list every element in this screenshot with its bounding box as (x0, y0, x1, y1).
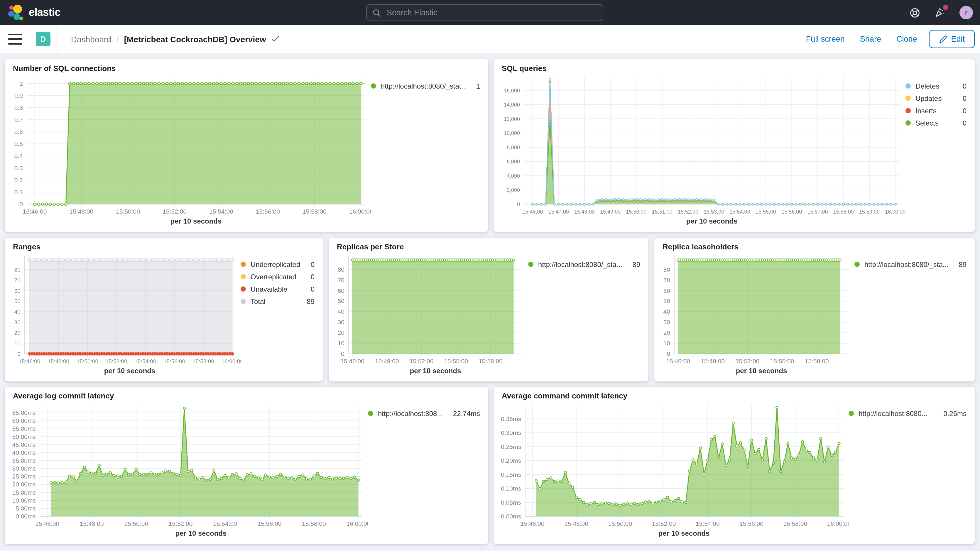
legend-value: 0 (311, 272, 315, 281)
svg-text:per 10 seconds: per 10 seconds (410, 367, 461, 375)
title-check-icon[interactable] (271, 36, 280, 42)
legend-item[interactable]: http://localhost:8080/_sta...89 (528, 258, 640, 271)
svg-text:15:47:00: 15:47:00 (548, 209, 569, 215)
legend-item[interactable]: http://localhost:8080...0.26ms (848, 407, 967, 420)
chart-replicas-per-store[interactable]: 15:46:0015:49:0015:52:0015:55:0015:58:00… (329, 251, 528, 379)
chart-avg-log-commit-latency[interactable]: 15:46:0015:48:0015:50:0015:52:0015:54:00… (5, 400, 368, 541)
svg-text:15:50:00: 15:50:00 (116, 208, 140, 215)
svg-text:70: 70 (663, 277, 670, 283)
help-icon (910, 7, 920, 18)
chart-replica-leaseholders[interactable]: 15:46:0015:49:0015:52:0015:55:0015:58:00… (654, 251, 854, 379)
svg-text:1: 1 (19, 80, 23, 87)
legend-label: Updates (915, 94, 958, 102)
svg-text:60.00ms: 60.00ms (12, 417, 36, 424)
legend-value: 1 (476, 82, 480, 90)
legend-label: Total (251, 297, 302, 306)
svg-text:16:00:00: 16:00:00 (347, 520, 368, 527)
svg-text:80: 80 (338, 266, 344, 273)
panel-title-avg-log-commit-latency[interactable]: Average log commit latency (5, 387, 488, 400)
toolbar-actions: Full screen Share Clone Edit (806, 30, 975, 48)
share-button[interactable]: Share (860, 35, 881, 43)
breadcrumb-dashboard-link[interactable]: Dashboard (71, 34, 111, 44)
svg-text:20: 20 (338, 329, 344, 336)
svg-text:0: 0 (517, 202, 520, 207)
dashboard-toolbar: D Dashboard / [Metricbeat CockroachDB] O… (0, 25, 980, 53)
svg-text:15:50:00: 15:50:00 (626, 209, 646, 215)
panel-title-avg-command-commit-latency[interactable]: Average command commit latency (493, 387, 975, 400)
elastic-logo[interactable]: elastic (8, 0, 60, 25)
svg-text:55.00ms: 55.00ms (12, 425, 36, 432)
legend-item[interactable]: http://localhost:8080/_stat...1 (371, 80, 480, 92)
dashboard-grid: Number of SQL connections15:46:0015:48:0… (0, 53, 980, 551)
svg-text:0.35ms: 0.35ms (501, 416, 521, 422)
legend-value: 0 (963, 94, 967, 102)
legend-item[interactable]: Total89 (240, 295, 315, 307)
news-button[interactable] (934, 7, 945, 18)
legend-label: http://localhost:8080/_stat... (381, 82, 471, 90)
svg-text:0.05ms: 0.05ms (501, 499, 521, 506)
legend-item[interactable]: Deletes0 (905, 80, 967, 92)
chart-ranges[interactable]: 15:46:0015:48:0015:50:0015:52:0015:54:00… (5, 251, 240, 379)
svg-text:0: 0 (667, 350, 670, 357)
panel-title-ranges[interactable]: Ranges (5, 238, 323, 251)
legend-value: 89 (959, 260, 967, 268)
chart-area: 15:46:0015:48:0015:50:0015:52:0015:54:00… (493, 400, 975, 541)
legend-item[interactable]: Updates0 (905, 92, 967, 104)
chart-sql-connections[interactable]: 15:46:0015:48:0015:50:0015:52:0015:54:00… (5, 73, 371, 229)
svg-text:10.00ms: 10.00ms (12, 497, 36, 504)
legend-item[interactable]: Selects0 (905, 117, 967, 129)
global-header: elastic (0, 0, 980, 25)
legend-dot (528, 262, 533, 267)
global-search[interactable] (366, 4, 603, 21)
svg-text:60: 60 (663, 287, 670, 294)
legend-item[interactable]: Unavailable0 (240, 283, 315, 295)
panel-title-sql-queries[interactable]: SQL queries (493, 59, 975, 73)
legend-label: http://localhost:808... (378, 409, 448, 417)
svg-text:15:51:00: 15:51:00 (652, 209, 673, 215)
svg-text:40: 40 (14, 309, 21, 315)
legend-value: 0 (963, 119, 967, 127)
svg-text:15:57:00: 15:57:00 (807, 209, 828, 215)
svg-text:15.00ms: 15.00ms (12, 489, 36, 496)
legend-label: Selects (915, 119, 958, 127)
legend: http://localhost:8080...0.26ms (848, 400, 975, 541)
legend-item[interactable]: http://localhost:8080/_sta...89 (854, 258, 967, 271)
legend-item[interactable]: http://localhost:808...22.74ms (368, 407, 480, 420)
svg-text:15:56:00: 15:56:00 (258, 520, 282, 527)
svg-text:15:54:00: 15:54:00 (135, 358, 156, 365)
edit-button[interactable]: Edit (929, 30, 975, 48)
svg-text:15:48:00: 15:48:00 (564, 520, 588, 527)
dashboard-app-icon[interactable]: D (36, 32, 51, 46)
svg-text:50: 50 (663, 298, 670, 304)
notification-badge (943, 5, 948, 10)
svg-text:15:49:00: 15:49:00 (375, 358, 399, 365)
panel-title-sql-connections[interactable]: Number of SQL connections (5, 59, 488, 73)
svg-text:80: 80 (663, 266, 670, 273)
svg-text:65.00ms: 65.00ms (12, 409, 36, 416)
help-button[interactable] (910, 7, 920, 18)
svg-text:per 10 seconds: per 10 seconds (175, 529, 227, 537)
chart-avg-command-commit-latency[interactable]: 15:46:0015:48:0015:50:0015:52:0015:54:00… (493, 400, 848, 541)
legend: http://localhost:8080/_stat...1 (371, 73, 488, 229)
svg-text:16:00:00: 16:00:00 (349, 208, 371, 215)
panel-title-replicas-per-store[interactable]: Replicas per Store (329, 238, 648, 251)
chart-area: 15:46:0015:49:0015:52:0015:55:0015:58:00… (654, 251, 975, 379)
svg-text:0.4: 0.4 (14, 152, 23, 159)
svg-text:10: 10 (663, 340, 670, 347)
legend-item[interactable]: Inserts0 (905, 104, 967, 117)
svg-text:5.00ms: 5.00ms (16, 505, 36, 512)
avatar[interactable]: r (959, 6, 973, 19)
chart-sql-queries[interactable]: 15:46:0015:47:0015:48:0015:49:0015:50:00… (493, 73, 905, 229)
svg-text:per 10 seconds: per 10 seconds (686, 217, 738, 225)
search-input[interactable] (385, 8, 597, 18)
panel-avg-log-commit-latency: Average log commit latency15:46:0015:48:… (5, 387, 488, 544)
clone-button[interactable]: Clone (896, 35, 917, 43)
svg-text:15:54:00: 15:54:00 (213, 520, 237, 527)
legend-value: 0 (963, 82, 967, 90)
panel-title-replica-leaseholders[interactable]: Replica leaseholders (654, 238, 975, 251)
legend-item[interactable]: Underreplicated0 (240, 258, 315, 271)
full-screen-button[interactable]: Full screen (806, 35, 845, 43)
svg-text:15:58:00: 15:58:00 (805, 358, 829, 365)
menu-button[interactable] (8, 34, 22, 44)
legend-item[interactable]: Overreplicated0 (240, 271, 315, 283)
